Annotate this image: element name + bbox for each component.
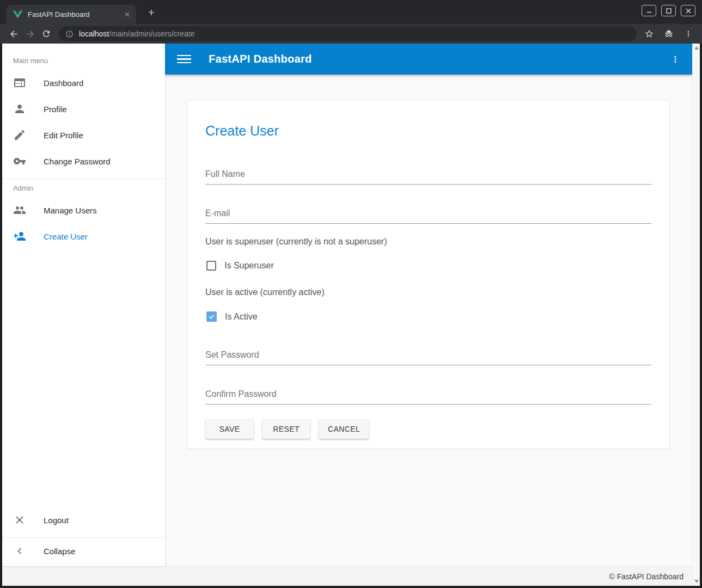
incognito-icon — [661, 26, 677, 42]
cancel-button[interactable]: CANCEL — [319, 419, 369, 439]
copyright-text: © FastAPI Dashboard — [609, 572, 683, 581]
page-viewport: Main menu Dashboard Profile — [2, 44, 700, 586]
sidebar-item-label: Change Password — [44, 157, 111, 166]
sidebar-item-label: Manage Users — [44, 206, 97, 215]
set-password-input[interactable] — [205, 348, 651, 365]
page-content: Create User User is superuser (currently… — [165, 75, 692, 566]
superuser-checkbox-label: Is Superuser — [224, 261, 274, 271]
close-window-button[interactable] — [681, 5, 695, 16]
sidebar-section-main-menu: Main menu — [2, 44, 165, 65]
sidebar-item-manage-users[interactable]: Manage Users — [2, 197, 165, 223]
close-icon — [13, 513, 26, 526]
full-name-field — [205, 167, 651, 185]
chevron-left-icon — [13, 544, 26, 558]
active-checkbox-row[interactable]: Is Active — [205, 311, 651, 322]
bookmark-star-icon[interactable] — [641, 26, 657, 42]
tab-title: FastAPI Dashboard — [28, 10, 122, 19]
person-add-icon — [13, 230, 26, 243]
browser-menu-icon[interactable] — [680, 26, 697, 42]
browser-tab[interactable]: FastAPI Dashboard — [7, 5, 136, 24]
sidebar-item-dashboard[interactable]: Dashboard — [2, 70, 165, 96]
vue-logo-icon — [13, 10, 22, 19]
browser-toolbar: localhost/main/admin/users/create — [0, 24, 702, 44]
forward-button[interactable] — [22, 26, 38, 42]
menu-hamburger-icon[interactable] — [177, 54, 191, 65]
url-host: localhost — [79, 29, 109, 38]
superuser-hint: User is superuser (currently is not a su… — [205, 237, 651, 247]
active-hint: User is active (currently active) — [205, 287, 651, 297]
new-tab-button[interactable]: + — [145, 6, 158, 19]
maximize-button[interactable] — [661, 5, 676, 16]
url-bar[interactable]: localhost/main/admin/users/create — [59, 26, 637, 41]
page-footer: © FastAPI Dashboard — [2, 566, 692, 586]
sidebar-admin-group: Manage Users Create User — [2, 197, 165, 249]
dashboard-icon — [13, 76, 26, 89]
create-user-card: Create User User is superuser (currently… — [187, 100, 670, 449]
sidebar-item-create-user[interactable]: Create User — [2, 223, 165, 249]
page-scrollbar[interactable] — [692, 44, 700, 586]
people-icon — [13, 204, 26, 217]
email-input[interactable] — [205, 206, 651, 224]
save-button[interactable]: SAVE — [205, 419, 254, 439]
tab-close-icon[interactable] — [122, 10, 132, 20]
url-path: /main/admin/users/create — [109, 29, 194, 38]
sidebar-item-edit-profile[interactable]: Edit Profile — [2, 122, 165, 148]
toolbar-actions — [641, 26, 697, 42]
sidebar-section-admin: Admin — [2, 179, 165, 192]
full-name-input[interactable] — [205, 167, 651, 185]
sidebar: Main menu Dashboard Profile — [2, 44, 165, 566]
minimize-button[interactable] — [642, 5, 656, 16]
form-actions: SAVE RESET CANCEL — [205, 419, 651, 439]
sidebar-item-profile[interactable]: Profile — [2, 96, 165, 122]
app-title: FastAPI Dashboard — [209, 53, 312, 65]
page-title: Create User — [205, 123, 651, 139]
sidebar-main-menu-group: Dashboard Profile Edit Pro — [2, 70, 165, 174]
set-password-field — [205, 348, 651, 365]
email-field — [205, 206, 651, 224]
key-icon — [13, 155, 26, 168]
superuser-checkbox[interactable] — [206, 261, 216, 271]
sidebar-item-label: Dashboard — [44, 78, 83, 88]
sidebar-item-label: Logout — [44, 516, 69, 525]
window-controls — [642, 5, 695, 16]
sidebar-item-logout[interactable]: Logout — [2, 507, 165, 533]
appbar-kebab-icon[interactable] — [670, 54, 680, 64]
scrollbar-up-arrow-icon[interactable] — [694, 46, 699, 50]
sidebar-item-label: Collapse — [44, 547, 75, 556]
main-area: FastAPI Dashboard Create User — [165, 44, 692, 566]
scrollbar-down-arrow-icon[interactable] — [694, 580, 699, 583]
reset-button[interactable]: RESET — [262, 419, 310, 439]
tab-strip: FastAPI Dashboard + — [0, 0, 702, 24]
browser-window: FastAPI Dashboard + — [0, 0, 702, 588]
active-checkbox-label: Is Active — [225, 312, 258, 322]
reload-button[interactable] — [38, 26, 54, 42]
sidebar-item-label: Profile — [44, 105, 67, 114]
sidebar-item-collapse[interactable]: Collapse — [2, 538, 165, 564]
sidebar-item-label: Edit Profile — [44, 131, 83, 140]
superuser-checkbox-row[interactable]: Is Superuser — [205, 261, 651, 271]
back-button[interactable] — [5, 26, 22, 42]
active-checkbox[interactable] — [206, 311, 217, 322]
confirm-password-field — [205, 387, 651, 405]
confirm-password-input[interactable] — [205, 387, 651, 405]
person-icon — [13, 102, 26, 115]
pencil-icon — [13, 128, 26, 142]
sidebar-item-change-password[interactable]: Change Password — [2, 148, 165, 174]
site-info-icon[interactable] — [65, 30, 74, 38]
app-bar: FastAPI Dashboard — [165, 44, 692, 75]
sidebar-item-label: Create User — [44, 232, 88, 241]
